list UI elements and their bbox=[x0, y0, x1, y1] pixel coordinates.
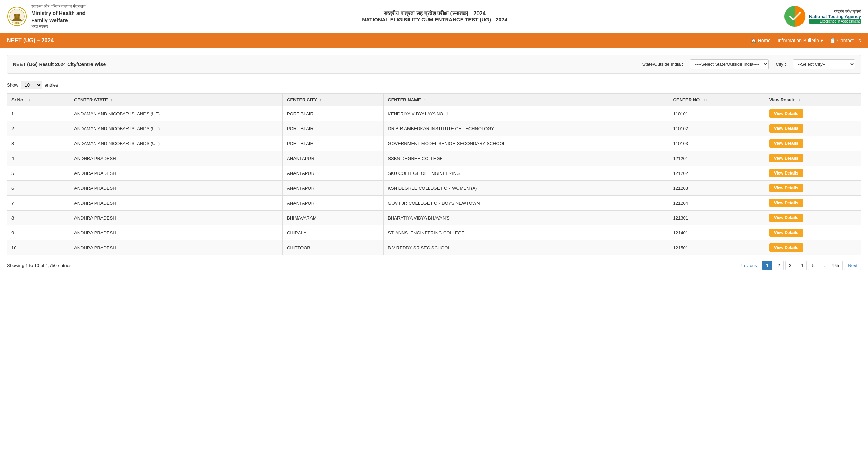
cell-center-state: ANDAMAN AND NICOBAR ISLANDS (UT) bbox=[70, 136, 282, 151]
next-button[interactable]: Next bbox=[844, 261, 861, 270]
info-bulletin-chevron-icon: ▾ bbox=[821, 38, 823, 43]
table-row: 8ANDHRA PRADESHBHIMAVARAMBHARATIYA VIDYA… bbox=[7, 211, 861, 225]
sort-icon-result: ↑↓ bbox=[797, 98, 800, 102]
city-filter-select[interactable]: --Select City-- bbox=[793, 59, 855, 69]
state-filter-label: State/Outside India : bbox=[642, 62, 683, 67]
exam-title-hindi: राष्ट्रीय पात्रता सह प्रवेश परीक्षा (स्न… bbox=[93, 10, 777, 17]
cell-center-state: ANDHRA PRADESH bbox=[70, 211, 282, 225]
view-details-button[interactable]: View Details bbox=[769, 214, 803, 222]
cell-sr-no: 10 bbox=[7, 240, 70, 255]
nta-logo: राष्ट्रीय परीक्षा एजेंसी National Testin… bbox=[784, 5, 861, 28]
sort-icon-name: ↑↓ bbox=[423, 98, 427, 102]
results-table: Sr.No. ↑↓ CENTER STATE ↑↓ CENTER CITY ↑↓… bbox=[7, 93, 861, 255]
previous-button[interactable]: Previous bbox=[736, 261, 761, 270]
view-details-button[interactable]: View Details bbox=[769, 154, 803, 162]
view-details-button[interactable]: View Details bbox=[769, 229, 803, 237]
navbar-links: 🏠 Home Information Bulletin ▾ 📋 Contact … bbox=[751, 38, 861, 43]
cell-center-city: ANANTAPUR bbox=[283, 196, 384, 211]
cell-center-name: SKU COLLEGE OF ENGINEERING bbox=[384, 166, 669, 181]
table-row: 3ANDAMAN AND NICOBAR ISLANDS (UT)PORT BL… bbox=[7, 136, 861, 151]
govt-emblem-icon: भारत bbox=[7, 6, 27, 26]
cell-center-city: PORT BLAIR bbox=[283, 106, 384, 121]
nta-tagline-label: Excellence in Assessment bbox=[809, 19, 861, 24]
cell-view-result: View Details bbox=[765, 211, 861, 225]
cell-center-state: ANDHRA PRADESH bbox=[70, 240, 282, 255]
ministry-name-en2: Family Welfare bbox=[31, 17, 86, 24]
page-button-475[interactable]: 475 bbox=[828, 261, 843, 270]
col-center-state[interactable]: CENTER STATE ↑↓ bbox=[70, 94, 282, 106]
cell-sr-no: 1 bbox=[7, 106, 70, 121]
view-details-button[interactable]: View Details bbox=[769, 124, 803, 133]
navbar: NEET (UG) – 2024 🏠 Home Information Bull… bbox=[0, 33, 868, 48]
page-button-4[interactable]: 4 bbox=[797, 261, 807, 270]
cell-center-state: ANDHRA PRADESH bbox=[70, 196, 282, 211]
cell-center-name: SSBN DEGREE COLLEGE bbox=[384, 151, 669, 166]
sort-icon-no: ↑↓ bbox=[703, 98, 707, 102]
cell-view-result: View Details bbox=[765, 151, 861, 166]
view-details-button[interactable]: View Details bbox=[769, 184, 803, 192]
cell-center-city: ANANTAPUR bbox=[283, 166, 384, 181]
col-center-no[interactable]: CENTER NO. ↑↓ bbox=[669, 94, 765, 106]
cell-center-city: PORT BLAIR bbox=[283, 136, 384, 151]
cell-view-result: View Details bbox=[765, 136, 861, 151]
page-button-2[interactable]: 2 bbox=[774, 261, 784, 270]
col-view-result[interactable]: View Result ↑↓ bbox=[765, 94, 861, 106]
col-center-name[interactable]: CENTER NAME ↑↓ bbox=[384, 94, 669, 106]
cell-center-no: 121301 bbox=[669, 211, 765, 225]
contact-nav-link[interactable]: 📋 Contact Us bbox=[830, 38, 861, 43]
view-details-button[interactable]: View Details bbox=[769, 139, 803, 148]
cell-sr-no: 4 bbox=[7, 151, 70, 166]
show-label: Show bbox=[7, 82, 18, 88]
cell-view-result: View Details bbox=[765, 225, 861, 240]
cell-center-no: 121204 bbox=[669, 196, 765, 211]
nta-logo-icon bbox=[784, 5, 806, 28]
table-header-row: Sr.No. ↑↓ CENTER STATE ↑↓ CENTER CITY ↑↓… bbox=[7, 94, 861, 106]
cell-view-result: View Details bbox=[765, 196, 861, 211]
cell-sr-no: 7 bbox=[7, 196, 70, 211]
entries-count-select[interactable]: 10 25 50 100 bbox=[21, 81, 42, 89]
cell-center-city: ANANTAPUR bbox=[283, 181, 384, 196]
svg-point-5 bbox=[14, 14, 16, 17]
home-nav-link[interactable]: 🏠 Home bbox=[751, 38, 771, 43]
table-row: 5ANDHRA PRADESHANANTAPURSKU COLLEGE OF E… bbox=[7, 166, 861, 181]
col-sr-no[interactable]: Sr.No. ↑↓ bbox=[7, 94, 70, 106]
filter-row: NEET (UG) Result 2024 City/Centre Wise S… bbox=[7, 55, 861, 74]
view-details-button[interactable]: View Details bbox=[769, 109, 803, 118]
cell-center-state: ANDAMAN AND NICOBAR ISLANDS (UT) bbox=[70, 106, 282, 121]
cell-center-state: ANDHRA PRADESH bbox=[70, 225, 282, 240]
page-button-5[interactable]: 5 bbox=[808, 261, 818, 270]
header-left: भारत स्वास्थ्य और परिवार कल्याण मंत्रालय… bbox=[7, 3, 86, 29]
cell-center-state: ANDHRA PRADESH bbox=[70, 166, 282, 181]
header-right: राष्ट्रीय परीक्षा एजेंसी National Testin… bbox=[784, 5, 861, 28]
cell-sr-no: 2 bbox=[7, 121, 70, 136]
cell-center-name: ST. ANNS. ENGINEERING COLLEGE bbox=[384, 225, 669, 240]
cell-center-no: 110103 bbox=[669, 136, 765, 151]
cell-center-name: GOVT JR COLLEGE FOR BOYS NEWTOWN bbox=[384, 196, 669, 211]
exam-title-english: NATIONAL ELIGIBILITY CUM ENTRANCE TEST (… bbox=[93, 17, 777, 23]
view-details-button[interactable]: View Details bbox=[769, 169, 803, 177]
cell-view-result: View Details bbox=[765, 181, 861, 196]
state-filter-select[interactable]: ----Select State/Outside India---- bbox=[690, 59, 769, 69]
cell-center-state: ANDAMAN AND NICOBAR ISLANDS (UT) bbox=[70, 121, 282, 136]
main-content: NEET (UG) Result 2024 City/Centre Wise S… bbox=[0, 48, 868, 277]
cell-center-name: KENDRIYA VIDYALAYA NO. 1 bbox=[384, 106, 669, 121]
navbar-brand: NEET (UG) – 2024 bbox=[7, 37, 54, 44]
view-details-button[interactable]: View Details bbox=[769, 199, 803, 207]
page-button-3[interactable]: 3 bbox=[785, 261, 795, 270]
city-filter-label: City : bbox=[775, 62, 786, 67]
table-row: 7ANDHRA PRADESHANANTAPURGOVT JR COLLEGE … bbox=[7, 196, 861, 211]
pagination-info: Showing 1 to 10 of 4,750 entries bbox=[7, 263, 71, 268]
cell-center-no: 121203 bbox=[669, 181, 765, 196]
entries-label: entries bbox=[45, 82, 58, 88]
info-bulletin-nav-link[interactable]: Information Bulletin ▾ bbox=[778, 38, 823, 43]
cell-center-city: CHIRALA bbox=[283, 225, 384, 240]
cell-center-city: ANANTAPUR bbox=[283, 151, 384, 166]
filter-title: NEET (UG) Result 2024 City/Centre Wise bbox=[13, 62, 106, 67]
cell-center-no: 110102 bbox=[669, 121, 765, 136]
cell-sr-no: 5 bbox=[7, 166, 70, 181]
cell-center-no: 121201 bbox=[669, 151, 765, 166]
page-button-1[interactable]: 1 bbox=[762, 261, 772, 270]
cell-center-name: B V REDDY SR SEC SCHOOL bbox=[384, 240, 669, 255]
col-center-city[interactable]: CENTER CITY ↑↓ bbox=[283, 94, 384, 106]
view-details-button[interactable]: View Details bbox=[769, 243, 803, 252]
